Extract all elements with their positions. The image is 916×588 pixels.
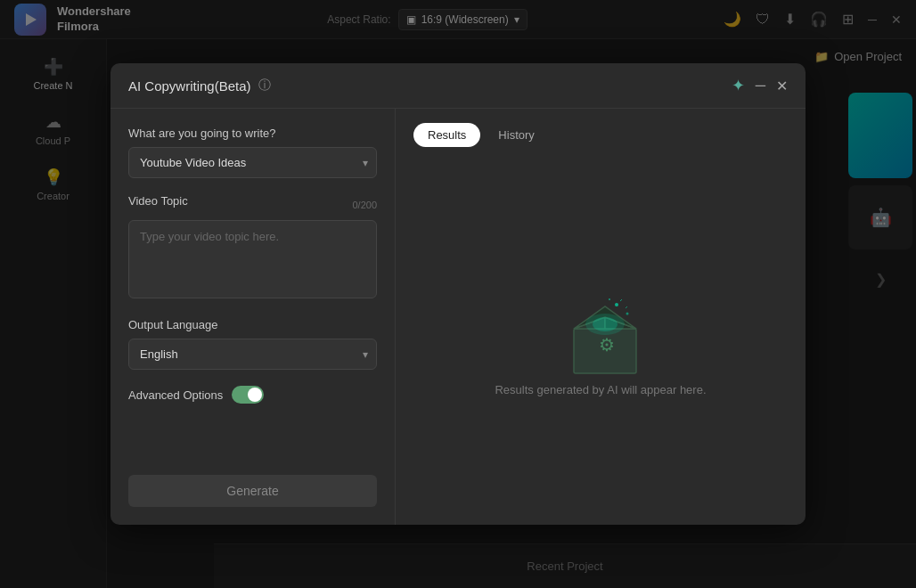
topic-field-row: Video Topic 0/200 bbox=[128, 194, 377, 215]
modal-header: AI Copywriting(Beta) ⓘ ✦ ─ ✕ bbox=[110, 63, 806, 109]
svg-line-12 bbox=[626, 306, 627, 308]
svg-point-10 bbox=[609, 298, 610, 300]
output-lang-label: Output Language bbox=[128, 318, 377, 331]
modal-title: AI Copywriting(Beta) bbox=[128, 78, 251, 94]
svg-point-9 bbox=[626, 312, 629, 314]
language-select[interactable]: English Chinese Spanish French German Ja… bbox=[128, 339, 377, 370]
box-illustration: ⚙ bbox=[547, 280, 654, 369]
info-icon[interactable]: ⓘ bbox=[258, 78, 271, 94]
empty-state: ⚙ Results generated by AI will appear he… bbox=[413, 165, 788, 510]
advanced-options-label: Advanced Options bbox=[128, 388, 223, 402]
topic-label: Video Topic bbox=[128, 194, 188, 208]
svg-point-8 bbox=[615, 303, 618, 306]
svg-text:⚙: ⚙ bbox=[599, 335, 615, 355]
generate-button[interactable]: Generate bbox=[128, 475, 377, 507]
write-type-select[interactable]: Youtube Video Ideas Blog Post Social Med… bbox=[128, 147, 377, 178]
modal-right-panel: Results History bbox=[396, 109, 806, 525]
modal-overlay: AI Copywriting(Beta) ⓘ ✦ ─ ✕ What are yo… bbox=[0, 0, 916, 588]
empty-state-text: Results generated by AI will appear here… bbox=[495, 383, 706, 396]
modal-minimize-button[interactable]: ─ bbox=[756, 78, 765, 94]
tab-results[interactable]: Results bbox=[413, 123, 480, 147]
topic-char-count: 0/200 bbox=[352, 200, 377, 210]
language-select-wrapper: English Chinese Spanish French German Ja… bbox=[128, 339, 377, 370]
toggle-thumb bbox=[248, 388, 262, 402]
write-label: What are you going to write? bbox=[128, 127, 377, 140]
tabs-row: Results History bbox=[413, 123, 788, 147]
svg-point-6 bbox=[593, 317, 617, 331]
svg-line-11 bbox=[620, 299, 622, 301]
modal-title-area: AI Copywriting(Beta) ⓘ bbox=[128, 78, 271, 94]
advanced-options-row: Advanced Options bbox=[128, 386, 377, 404]
topic-textarea[interactable] bbox=[128, 220, 377, 298]
tab-history[interactable]: History bbox=[484, 123, 548, 147]
modal-body: What are you going to write? Youtube Vid… bbox=[110, 109, 806, 525]
modal-close-button[interactable]: ✕ bbox=[776, 78, 788, 94]
app-background: Wondershare Filmora Aspect Ratio: ▣ 16:9… bbox=[0, 0, 916, 588]
write-type-select-wrapper: Youtube Video Ideas Blog Post Social Med… bbox=[128, 147, 377, 178]
advanced-options-toggle[interactable] bbox=[232, 386, 264, 404]
bookmark-icon[interactable]: ✦ bbox=[732, 76, 745, 95]
modal-left-panel: What are you going to write? Youtube Vid… bbox=[110, 109, 396, 525]
modal-header-actions: ✦ ─ ✕ bbox=[732, 76, 788, 95]
ai-copywriting-modal: AI Copywriting(Beta) ⓘ ✦ ─ ✕ What are yo… bbox=[110, 63, 806, 525]
